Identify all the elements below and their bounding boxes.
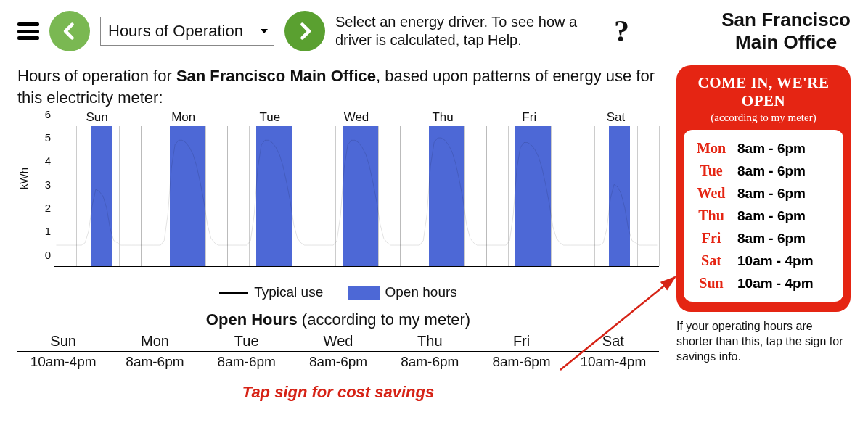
chart-legend: Typical use Open hours <box>17 284 659 300</box>
y-tick: 5 <box>45 131 51 144</box>
open-hours-col: Fri8am-6pm <box>475 332 567 370</box>
driver-select-value: Hours of Operation <box>108 22 243 40</box>
sign-row: Thu8am - 6pm <box>691 205 836 227</box>
y-tick: 2 <box>45 202 51 214</box>
chart-day-label: Tue <box>226 110 313 125</box>
y-tick: 4 <box>45 154 51 167</box>
sign-row: Wed8am - 6pm <box>691 182 836 205</box>
chevron-down-icon <box>261 29 268 33</box>
chart-plot-area <box>54 126 659 267</box>
chart-day-label: Sun <box>54 110 140 125</box>
usage-chart: kWh 0123456 SunMonTueWedThuFriSat <box>54 113 659 280</box>
sign-title: COME IN, WE'RE OPEN <box>684 74 843 110</box>
open-hours-table: Sun10am-4pmMon8am-6pmTue8am-6pmWed8am-6p… <box>17 332 659 370</box>
tap-sign-hint: Tap sign for cost savings <box>17 383 659 402</box>
open-hours-col: Tue8am-6pm <box>201 332 292 370</box>
sign-subtitle: (according to my meter) <box>684 112 843 124</box>
driver-select[interactable]: Hours of Operation <box>100 17 274 46</box>
chart-day-label: Fri <box>486 110 573 125</box>
prev-driver-button[interactable] <box>49 11 90 51</box>
chart-day-label: Mon <box>140 110 226 125</box>
typical-use-line <box>54 126 659 266</box>
sign-row: Sat10am - 4pm <box>691 250 836 272</box>
driver-instructions: Select an energy driver. To see how a dr… <box>335 13 589 49</box>
sign-row: Tue8am - 6pm <box>691 160 836 182</box>
y-tick: 1 <box>45 225 51 237</box>
next-driver-button[interactable] <box>284 11 325 51</box>
open-hours-col: Mon8am-6pm <box>109 332 200 370</box>
sign-hours-list: Mon8am - 6pmTue8am - 6pmWed8am - 6pmThu8… <box>684 130 843 302</box>
line-swatch <box>219 292 248 294</box>
chart-day-labels: SunMonTueWedThuFriSat <box>54 110 659 125</box>
y-tick: 6 <box>45 107 51 120</box>
open-hours-col: Wed8am-6pm <box>292 332 384 370</box>
sign-row: Mon8am - 6pm <box>691 137 836 160</box>
y-axis-label: kWh <box>17 168 30 189</box>
open-hours-col: Sun10am-4pm <box>17 332 109 370</box>
bar-swatch <box>348 286 380 300</box>
y-axis: 0123456 <box>32 126 54 267</box>
chart-day-label: Wed <box>313 110 399 125</box>
open-sign[interactable]: COME IN, WE'RE OPEN (according to my met… <box>676 65 851 312</box>
sign-row: Fri8am - 6pm <box>691 227 836 250</box>
chart-day-label: Sat <box>573 110 659 125</box>
chart-day-label: Thu <box>400 110 486 125</box>
site-title: San Francisco Main Office <box>721 9 851 54</box>
hours-description: Hours of operation for San Francisco Mai… <box>17 65 659 108</box>
sign-row: Sun10am - 4pm <box>691 272 836 294</box>
help-button[interactable]: ? <box>614 14 629 49</box>
top-bar: Hours of Operation Select an energy driv… <box>17 9 851 54</box>
y-tick: 3 <box>45 178 51 190</box>
chevron-left-icon <box>60 21 80 41</box>
open-hours-col: Thu8am-6pm <box>384 332 475 370</box>
y-tick: 0 <box>45 248 51 260</box>
sign-hint: If your operating hours are shorter than… <box>676 319 851 364</box>
open-hours-title: Open Hours (according to my meter) <box>17 310 659 329</box>
menu-icon[interactable] <box>17 22 39 40</box>
open-hours-col: Sat10am-4pm <box>568 332 659 370</box>
chevron-right-icon <box>295 21 315 41</box>
